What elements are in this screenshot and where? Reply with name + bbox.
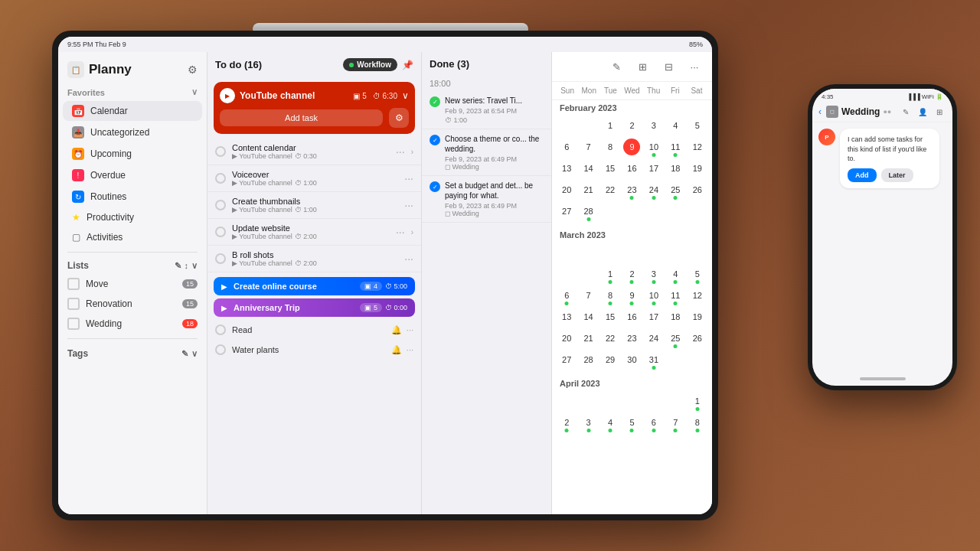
edit-icon[interactable]: ✎ <box>899 105 913 119</box>
task-checkbox[interactable] <box>215 324 226 335</box>
list-item-move[interactable]: Move 15 <box>58 274 207 294</box>
view-toggle-icon[interactable]: ⊞ <box>632 57 652 77</box>
cal-day[interactable]: 10 <box>644 137 664 157</box>
share-icon[interactable]: 👤 <box>916 105 929 119</box>
cal-day[interactable]: 15 <box>600 307 620 327</box>
cal-day[interactable]: 12 <box>688 285 707 305</box>
cal-day[interactable]: 20 <box>557 328 577 348</box>
task-checkbox[interactable] <box>215 173 226 184</box>
cal-day[interactable]: 6 <box>557 137 577 157</box>
cal-day[interactable]: 24 <box>644 180 664 200</box>
add-task-button[interactable]: Add task <box>220 109 383 126</box>
expand-lists-icon[interactable]: ∨ <box>191 261 198 271</box>
task-checkbox[interactable] <box>215 227 226 237</box>
cal-day[interactable]: 22 <box>600 328 620 348</box>
cal-day[interactable]: 7 <box>578 137 598 157</box>
list-item-renovation[interactable]: Renovation 15 <box>58 294 207 314</box>
cal-day[interactable]: 5 <box>688 264 707 284</box>
add-list-icon[interactable]: ✎ <box>175 261 181 271</box>
task-more-icon[interactable]: ··· <box>396 145 405 158</box>
more-icon[interactable]: ⊞ <box>933 105 946 119</box>
cal-day[interactable]: 5 <box>688 116 707 135</box>
layout-icon[interactable]: ⊟ <box>658 57 678 77</box>
cal-day[interactable]: 1 <box>600 116 620 135</box>
done-item-2[interactable]: ✓ Choose a theme or co... the wedding. F… <box>422 129 551 176</box>
cal-day[interactable]: 8 <box>600 285 620 305</box>
cal-day[interactable]: 4 <box>665 264 685 284</box>
cal-day[interactable]: 19 <box>688 158 707 178</box>
cal-day[interactable]: 27 <box>557 201 577 221</box>
sidebar-item-calendar[interactable]: 📅 Calendar <box>63 101 202 121</box>
task-checkbox[interactable] <box>215 146 226 157</box>
cal-day[interactable]: 19 <box>688 307 707 327</box>
add-button[interactable]: Add <box>848 168 877 182</box>
cal-day[interactable]: 30 <box>622 350 642 370</box>
task-more-icon[interactable]: ··· <box>396 226 405 238</box>
cal-day[interactable]: 22 <box>600 180 620 200</box>
cal-day[interactable]: 24 <box>644 328 664 348</box>
cal-day[interactable]: 29 <box>600 350 620 370</box>
done-item-1[interactable]: ✓ New series: Travel Ti... Feb 9, 2023 a… <box>422 91 551 129</box>
cal-day[interactable]: 23 <box>622 328 642 348</box>
cal-day[interactable]: 26 <box>688 328 707 348</box>
cal-day[interactable]: 26 <box>688 180 707 200</box>
task-checkbox[interactable] <box>215 253 226 264</box>
sidebar-item-routines[interactable]: ↻ Routines <box>63 187 202 207</box>
workflow-badge[interactable]: Workflow <box>343 58 397 71</box>
task-item-content-calendar[interactable]: Content calendar ▶ YouTube channel ⏱ 0:3… <box>207 139 421 165</box>
cal-day[interactable]: 10 <box>644 285 664 305</box>
settings-icon[interactable]: ⚙ <box>188 64 198 76</box>
cal-day[interactable]: 1 <box>688 391 707 411</box>
sort-list-icon[interactable]: ↕ <box>185 261 189 271</box>
tasks-scroll[interactable]: ▶ YouTube channel ▣ 5 ⏱ 6:30 ∨ Add task <box>207 82 421 514</box>
sidebar-item-upcoming[interactable]: ⏰ Upcoming <box>63 144 202 164</box>
cal-day[interactable]: 16 <box>622 307 642 327</box>
back-button[interactable]: ‹ <box>818 106 822 117</box>
sidebar-item-uncategorized[interactable]: 📥 Uncategorized <box>63 122 202 142</box>
cal-day[interactable]: 7 <box>665 412 685 432</box>
expand-tags-icon[interactable]: ∨ <box>191 349 198 359</box>
cal-day[interactable]: 20 <box>557 180 577 200</box>
task-checkbox[interactable] <box>215 200 226 210</box>
cal-day[interactable]: 27 <box>557 350 577 370</box>
cal-day-today[interactable]: 9 <box>622 137 642 157</box>
later-button[interactable]: Later <box>881 168 913 182</box>
cal-day[interactable]: 28 <box>578 350 598 370</box>
task-water-plants[interactable]: Water plants 🔔 ··· <box>207 340 421 360</box>
cal-day[interactable]: 2 <box>622 116 642 135</box>
cal-day[interactable]: 14 <box>578 158 598 178</box>
cal-day[interactable]: 11 <box>665 137 685 157</box>
cal-day[interactable]: 8 <box>600 137 620 157</box>
cal-day[interactable]: 13 <box>557 158 577 178</box>
cal-day[interactable]: 28 <box>578 201 598 221</box>
sidebar-item-activities[interactable]: ▢ Activities <box>63 228 202 246</box>
cal-day[interactable]: 5 <box>622 412 642 432</box>
task-online-course[interactable]: ▶ Create online course ▣ 4 ⏱ 5:00 <box>214 277 415 295</box>
task-item-thumbnails[interactable]: Create thumbnails ▶ YouTube channel ⏱ 1:… <box>207 192 421 219</box>
sidebar-item-overdue[interactable]: ! Overdue <box>63 165 202 185</box>
task-anniversary-trip[interactable]: ▶ Anniversary Trip ▣ 5 ⏱ 0:00 <box>214 298 415 317</box>
cal-day[interactable]: 3 <box>644 264 664 284</box>
task-group-youtube[interactable]: ▶ YouTube channel ▣ 5 ⏱ 6:30 ∨ Add task <box>214 82 415 134</box>
cal-day[interactable]: 17 <box>644 158 664 178</box>
cal-day[interactable]: 2 <box>622 264 642 284</box>
cal-day[interactable]: 13 <box>557 307 577 327</box>
expand-group-icon[interactable]: ∨ <box>402 90 409 101</box>
cal-day[interactable]: 9 <box>622 285 642 305</box>
cal-day[interactable]: 12 <box>688 137 707 157</box>
task-more-icon[interactable]: ··· <box>404 199 413 211</box>
task-group-gear-button[interactable]: ⚙ <box>389 108 409 128</box>
cal-day[interactable]: 17 <box>644 307 664 327</box>
task-item-voiceover[interactable]: Voiceover ▶ YouTube channel ⏱ 1:00 ··· <box>207 165 421 192</box>
cal-day[interactable]: 7 <box>578 285 598 305</box>
more-cal-icon[interactable]: ··· <box>684 57 704 77</box>
task-checkbox[interactable] <box>215 344 226 355</box>
sidebar-item-productivity[interactable]: ★ Productivity <box>63 208 202 227</box>
cal-day[interactable]: 21 <box>578 328 598 348</box>
cal-day[interactable]: 21 <box>578 180 598 200</box>
cal-day[interactable]: 31 <box>644 350 664 370</box>
cal-day[interactable]: 25 <box>665 180 685 200</box>
done-item-3[interactable]: ✓ Set a budget and det... be paying for … <box>422 176 551 223</box>
cal-day[interactable]: 25 <box>665 328 685 348</box>
task-more-icon[interactable]: ··· <box>404 253 413 265</box>
